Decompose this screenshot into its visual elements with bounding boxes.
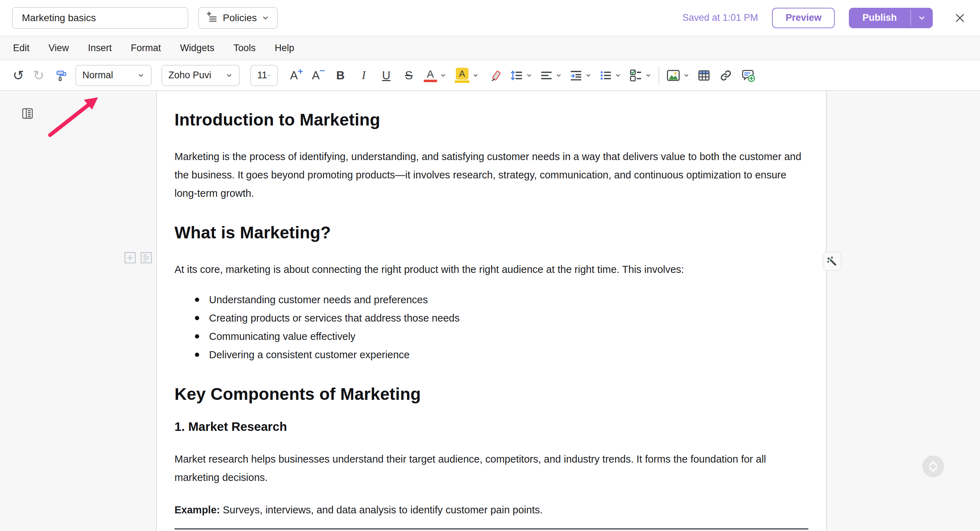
doc-paragraph: At its core, marketing is about connecti… bbox=[175, 260, 808, 279]
highlight-color-control[interactable]: A bbox=[455, 68, 479, 83]
chevron-up-icon bbox=[929, 461, 938, 466]
checklist-icon bbox=[629, 69, 642, 82]
doc-heading-key-components: Key Components of Marketing bbox=[175, 384, 808, 405]
doc-horizontal-rule bbox=[175, 528, 808, 529]
bold-button[interactable]: B bbox=[334, 69, 347, 82]
chevron-down-icon bbox=[615, 72, 621, 79]
underline-button[interactable]: U bbox=[380, 69, 393, 82]
saved-status: Saved at 1:01 PM bbox=[682, 12, 758, 23]
eraser-icon bbox=[488, 69, 501, 82]
chevron-down-icon bbox=[585, 72, 592, 79]
editor-content-area: Introduction to Marketing Marketing is t… bbox=[0, 91, 980, 531]
add-comment-button[interactable] bbox=[741, 69, 755, 83]
chevron-down-icon bbox=[440, 72, 446, 79]
paragraph-style-select[interactable]: Normal bbox=[75, 65, 151, 86]
increase-font-size-button[interactable]: A + bbox=[288, 69, 300, 82]
table-icon bbox=[697, 69, 711, 82]
doc-bullet-list: Understanding customer needs and prefere… bbox=[175, 290, 808, 364]
undo-icon: ↺ bbox=[13, 69, 24, 82]
bullet-list-icon bbox=[599, 69, 612, 82]
menu-bar: Edit View Insert Format Widgets Tools He… bbox=[0, 36, 980, 60]
menu-help[interactable]: Help bbox=[275, 43, 294, 54]
chevron-down-icon bbox=[555, 72, 562, 79]
publish-split-button[interactable]: Publish bbox=[849, 8, 933, 28]
decrease-font-size-button[interactable]: A − bbox=[310, 69, 322, 82]
doc-paragraph: Marketing is the process of identifying,… bbox=[175, 147, 808, 203]
chevron-down-icon bbox=[645, 72, 651, 79]
magic-wand-icon bbox=[826, 255, 838, 267]
doc-heading-introduction: Introduction to Marketing bbox=[175, 109, 808, 131]
align-control[interactable] bbox=[540, 69, 562, 82]
doc-example-line: Example: Surveys, interviews, and data a… bbox=[175, 501, 808, 519]
font-family-select[interactable]: Zoho Puvi bbox=[161, 65, 240, 86]
undo-button[interactable]: ↺ bbox=[13, 69, 24, 82]
bullet-list-control[interactable] bbox=[599, 69, 621, 82]
document-outline-button[interactable] bbox=[21, 107, 34, 121]
list-item: Delivering a consistent customer experie… bbox=[195, 346, 808, 364]
chevron-down-icon bbox=[473, 72, 479, 79]
font-family-value: Zoho Puvi bbox=[169, 70, 212, 81]
link-icon bbox=[719, 69, 733, 82]
format-painter-icon bbox=[55, 69, 68, 82]
add-block-buttons bbox=[124, 251, 153, 264]
list-item: Creating products or services that addre… bbox=[195, 309, 808, 327]
insert-image-control[interactable] bbox=[666, 69, 689, 82]
font-color-control[interactable]: A bbox=[424, 69, 446, 82]
paragraph-style-value: Normal bbox=[83, 70, 113, 81]
align-left-icon bbox=[540, 69, 553, 82]
doc-heading-what-is-marketing: What is Marketing? bbox=[175, 222, 808, 243]
plus-icon: + bbox=[298, 66, 303, 77]
clear-formatting-button[interactable] bbox=[488, 69, 501, 82]
add-block-plus-icon[interactable] bbox=[124, 251, 137, 264]
menu-edit[interactable]: Edit bbox=[13, 43, 30, 54]
comment-add-icon bbox=[741, 69, 755, 83]
list-item: Communicating value effectively bbox=[195, 327, 808, 346]
playlist-add-icon bbox=[207, 11, 218, 25]
strikethrough-button[interactable]: S bbox=[402, 69, 415, 82]
publish-button[interactable]: Publish bbox=[849, 8, 910, 28]
list-item: Understanding customer needs and prefere… bbox=[195, 290, 808, 309]
checklist-control[interactable] bbox=[629, 69, 651, 82]
top-bar: Policies Saved at 1:01 PM Preview Publis… bbox=[0, 0, 980, 36]
top-bar-actions: Saved at 1:01 PM Preview Publish bbox=[682, 8, 968, 28]
scroll-navigator-button[interactable] bbox=[922, 456, 944, 477]
chevron-down-icon bbox=[526, 72, 532, 79]
document-page[interactable]: Introduction to Marketing Marketing is t… bbox=[156, 90, 827, 531]
menu-insert[interactable]: Insert bbox=[88, 43, 112, 54]
redo-button[interactable]: ↻ bbox=[33, 69, 45, 82]
policies-dropdown-button[interactable]: Policies bbox=[198, 7, 278, 29]
chevron-down-icon bbox=[683, 72, 689, 79]
line-spacing-icon bbox=[511, 69, 523, 82]
chevron-down-icon bbox=[918, 14, 926, 22]
italic-button[interactable]: I bbox=[358, 69, 370, 82]
insert-table-button[interactable] bbox=[697, 69, 711, 82]
highlight-color-icon: A bbox=[455, 68, 469, 83]
chevron-down-icon bbox=[226, 72, 233, 79]
menu-tools[interactable]: Tools bbox=[233, 43, 256, 54]
ai-assistant-button[interactable] bbox=[822, 252, 842, 271]
format-painter-button[interactable] bbox=[55, 69, 68, 82]
menu-widgets[interactable]: Widgets bbox=[180, 43, 215, 54]
minus-icon: − bbox=[320, 65, 325, 76]
indent-control[interactable] bbox=[570, 69, 592, 82]
example-text: Surveys, interviews, and data analysis t… bbox=[220, 504, 543, 515]
insert-link-button[interactable] bbox=[719, 69, 733, 82]
menu-view[interactable]: View bbox=[49, 43, 69, 54]
menu-format[interactable]: Format bbox=[131, 43, 161, 54]
toolbar-divider bbox=[659, 66, 659, 85]
paragraph-options-icon[interactable] bbox=[140, 251, 153, 264]
preview-button[interactable]: Preview bbox=[772, 8, 835, 28]
chevron-down-icon bbox=[267, 72, 271, 79]
line-spacing-control[interactable] bbox=[511, 69, 532, 82]
indent-icon bbox=[570, 69, 582, 82]
zoho-writer-editor: { "header": { "doc_title_value": "Market… bbox=[0, 0, 980, 531]
font-size-select[interactable]: 11 bbox=[250, 65, 278, 86]
redo-icon: ↻ bbox=[33, 69, 45, 82]
document-title-input[interactable] bbox=[12, 7, 188, 29]
chevron-down-icon bbox=[262, 14, 269, 22]
publish-dropdown-button[interactable] bbox=[911, 8, 933, 28]
close-button[interactable] bbox=[952, 10, 968, 26]
font-color-icon: A bbox=[424, 69, 437, 82]
formatting-toolbar: ↺ ↻ Normal Zoho Puvi 11 A + A − B I U S … bbox=[0, 60, 980, 91]
outline-panel-icon bbox=[21, 107, 34, 120]
